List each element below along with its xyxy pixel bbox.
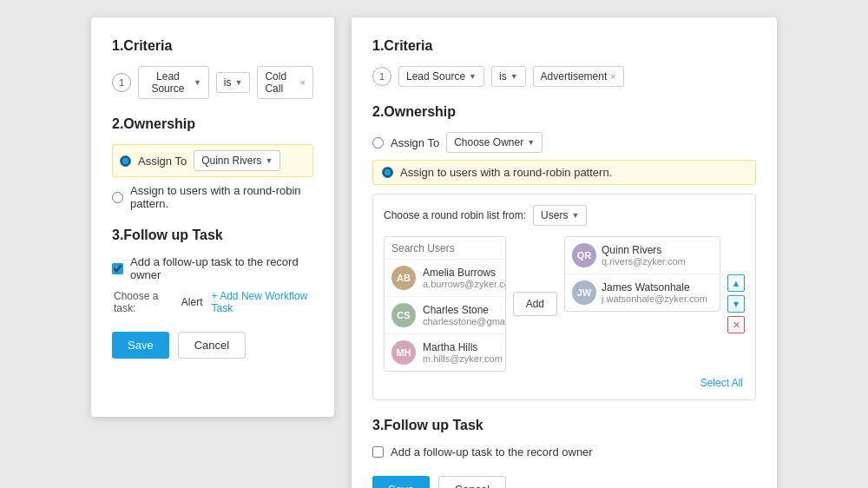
right-round-robin-row: Assign to users with a round-robin patte… [372, 160, 756, 185]
right-btn-row: Save Cancel [372, 476, 756, 488]
left-followup-section: 3.Follow up Task Add a follow-up task to… [112, 228, 313, 314]
right-ownership-title: 2.Ownership [372, 104, 756, 120]
right-cancel-button[interactable]: Cancel [438, 476, 506, 488]
left-ownership-title: 2.Ownership [112, 116, 313, 132]
right-assign-to-row: Assign To Choose Owner ▼ [372, 132, 756, 153]
move-up-button[interactable]: ▲ [727, 274, 745, 292]
left-field-dropdown[interactable]: Lead Source ▼ [138, 66, 209, 99]
left-card: 1.Criteria 1 Lead Source ▼ is ▼ Cold Cal… [91, 17, 334, 417]
right-save-button[interactable]: Save [372, 476, 430, 488]
left-criteria-title: 1.Criteria [112, 38, 313, 54]
chevron-down-icon: ▼ [234, 78, 242, 87]
add-button[interactable]: Add [513, 292, 557, 316]
right-owner-dropdown[interactable]: Choose Owner ▼ [446, 132, 542, 153]
search-input[interactable] [391, 242, 506, 254]
remove-button[interactable]: ✕ [727, 316, 745, 333]
right-round-robin-radio[interactable] [382, 167, 393, 178]
left-ownership-section: 2.Ownership Assign To Quinn Rivers ▼ Ass… [112, 116, 313, 210]
right-followup-checkbox[interactable] [372, 446, 384, 458]
left-assign-to-radio[interactable] [120, 155, 131, 167]
right-criteria-row: 1 Lead Source ▼ is ▼ Advertisement × [372, 66, 756, 87]
right-value-tag: Advertisement × [533, 66, 624, 87]
left-followup-checkbox[interactable] [112, 263, 123, 274]
user-list-panel: 🔍 AB Amelia Burrows a.burrows@zyker.com … [384, 236, 506, 372]
right-round-robin-box: Choose a round robin list from: Users ▼ … [372, 194, 756, 400]
rr-controls: ▲ ▼ ✕ [727, 274, 745, 333]
left-task-row: Choose a task: Alert + Add New Workflow … [112, 290, 313, 314]
right-assign-to-radio[interactable] [372, 137, 384, 148]
avatar: QR [572, 243, 596, 267]
close-icon[interactable]: × [300, 77, 306, 88]
rr-list-type-dropdown[interactable]: Users ▼ [533, 205, 587, 226]
avatar: CS [391, 303, 416, 327]
left-operator-dropdown[interactable]: is ▼ [216, 72, 251, 93]
list-item: QR Quinn Rivers q.rivers@zyker.com [565, 237, 720, 274]
avatar: MH [391, 340, 416, 365]
right-criteria-section: 1.Criteria 1 Lead Source ▼ is ▼ Advertis… [372, 38, 756, 87]
right-field-dropdown[interactable]: Lead Source ▼ [398, 66, 484, 87]
list-item: MH Martha Hills m.hills@zyker.com [385, 334, 505, 371]
right-operator-dropdown[interactable]: is ▼ [491, 66, 526, 87]
avatar: JW [572, 280, 596, 305]
right-criteria-title: 1.Criteria [372, 38, 756, 54]
right-ownership-section: 2.Ownership Assign To Choose Owner ▼ Ass… [372, 104, 756, 400]
select-all-link[interactable]: Select All [384, 377, 745, 389]
left-round-robin-radio[interactable] [112, 192, 123, 203]
avatar: AB [391, 266, 416, 290]
left-criteria-section: 1.Criteria 1 Lead Source ▼ is ▼ Cold Cal… [112, 38, 313, 99]
list-item: CS Charles Stone charlesstone@gmail.com [385, 297, 505, 334]
search-box: 🔍 [385, 237, 505, 260]
chevron-down-icon: ▼ [266, 156, 273, 165]
right-followup-checkbox-row: Add a follow-up task to the record owner [372, 445, 756, 458]
right-followup-title: 3.Follow up Task [372, 418, 756, 433]
left-followup-checkbox-row: Add a follow-up task to the record owner [112, 255, 313, 281]
left-owner-dropdown[interactable]: Quinn Rivers ▼ [194, 150, 280, 171]
selected-users-panel: QR Quinn Rivers q.rivers@zyker.com JW Ja… [564, 236, 720, 312]
rr-body: 🔍 AB Amelia Burrows a.burrows@zyker.com … [384, 236, 745, 372]
left-criteria-row: 1 Lead Source ▼ is ▼ Cold Call × [112, 66, 313, 99]
left-step-badge: 1 [112, 73, 131, 92]
left-round-robin-row: Assign to users with a round-robin patte… [112, 184, 313, 210]
left-btn-row: Save Cancel [112, 332, 313, 359]
close-icon[interactable]: × [610, 71, 615, 82]
chevron-down-icon: ▼ [527, 138, 535, 147]
right-followup-section: 3.Follow up Task Add a follow-up task to… [372, 418, 756, 458]
left-assign-to-row: Assign To Quinn Rivers ▼ [112, 144, 313, 177]
left-add-task-link[interactable]: + Add New Workflow Task [212, 290, 313, 314]
left-save-button[interactable]: Save [112, 332, 169, 359]
chevron-down-icon: ▼ [194, 78, 201, 87]
chevron-down-icon: ▼ [571, 211, 579, 220]
left-followup-title: 3.Follow up Task [112, 228, 313, 243]
chevron-down-icon: ▼ [469, 72, 477, 81]
chevron-down-icon: ▼ [510, 72, 518, 81]
list-item: JW James Watsonhale j.watsonhale@zyker.c… [565, 274, 720, 311]
move-down-button[interactable]: ▼ [727, 295, 745, 313]
right-step-badge: 1 [372, 67, 391, 86]
list-item: AB Amelia Burrows a.burrows@zyker.com [385, 260, 505, 297]
left-cancel-button[interactable]: Cancel [178, 332, 246, 359]
rr-header: Choose a round robin list from: Users ▼ [384, 205, 745, 226]
right-card: 1.Criteria 1 Lead Source ▼ is ▼ Advertis… [352, 17, 777, 488]
left-value-tag: Cold Call × [257, 66, 313, 99]
